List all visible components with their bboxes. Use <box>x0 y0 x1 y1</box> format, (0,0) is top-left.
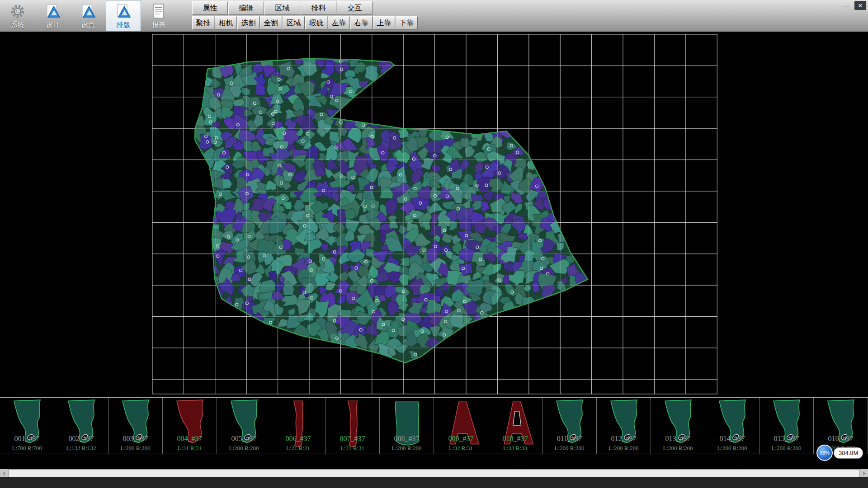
nesting-canvas[interactable] <box>0 32 868 397</box>
piece-thumbnail-6[interactable]: 006_#37L:21 R:21 <box>271 398 326 454</box>
piece-id: 005_#37 <box>217 435 271 443</box>
piece-lr-count: L:200 R:200 <box>597 445 651 452</box>
horizontal-scrollbar[interactable]: ‹ › <box>0 469 868 477</box>
tool-button-snap-bottom[interactable]: 下靠 <box>396 16 418 30</box>
piece-thumbnail-11[interactable]: 011_#37L:200 R:200 <box>542 398 597 454</box>
tool-button-defect[interactable]: 瑕疵 <box>305 16 327 30</box>
piece-id: 016_#37 <box>814 435 868 443</box>
minimize-button[interactable]: — <box>841 1 853 10</box>
scroll-left-arrow[interactable]: ‹ <box>0 469 8 477</box>
main-button-settings[interactable]: 设置 <box>71 0 106 32</box>
piece-thumbnail-13[interactable]: 013_#37L:200 R:200 <box>651 398 705 454</box>
triangle-ruler-icon <box>44 2 62 20</box>
menu-tab-bar: 属性编辑区域排料交互 <box>192 1 373 15</box>
window-controls: — ✕ <box>841 1 866 10</box>
piece-id: 010_#37 <box>488 435 542 443</box>
main-button-label: 设置 <box>81 21 95 29</box>
scrollbar-thumb[interactable] <box>8 469 860 477</box>
menu-tab-nesting[interactable]: 排料 <box>301 1 336 15</box>
piece-thumbnail-10[interactable]: 010_#37L:33 R:33 <box>488 398 542 454</box>
main-button-layout[interactable]: 排版 <box>106 0 141 32</box>
tool-button-cluster-nest[interactable]: 聚排 <box>192 16 214 30</box>
piece-thumbnail-7[interactable]: 007_#37L:31 R:31 <box>326 398 380 454</box>
memory-label: 384.8M <box>834 447 863 459</box>
piece-thumbnail-8[interactable]: 008_#37L:200 R:200 <box>380 398 434 454</box>
ribbon: 系统设计设置排版报表 属性编辑区域排料交互 聚排相机选割全割区域瑕疵左靠右靠上靠… <box>0 0 868 32</box>
piece-id: 002_#37 <box>54 435 108 443</box>
piece-thumbnail-14[interactable]: 014_#37L:200 R:200 <box>705 398 760 454</box>
piece-thumbnail-5[interactable]: 005_#37L:200 R:200 <box>217 398 271 454</box>
piece-thumbnail-1[interactable]: 001_#37L:700 R:700 <box>0 398 54 454</box>
tool-button-bar: 聚排相机选割全割区域瑕疵左靠右靠上靠下靠 <box>192 16 418 30</box>
piece-lr-count: L:200 R:200 <box>705 445 759 452</box>
piece-id: 013_#37 <box>651 435 705 443</box>
tool-button-region[interactable]: 区域 <box>283 16 305 30</box>
close-button[interactable]: ✕ <box>854 1 866 10</box>
piece-lr-count: L:33 R:33 <box>488 445 542 452</box>
piece-thumbnail-3[interactable]: 003_#37L:200 R:200 <box>108 398 163 454</box>
piece-id: 009_#37 <box>434 435 488 443</box>
piece-thumbnail-9[interactable]: 009_#37L:32 R:31 <box>434 398 488 454</box>
piece-id: 015_#37 <box>760 435 813 443</box>
piece-thumbnail-15[interactable]: 015_#37L:200 R:200 <box>760 398 814 454</box>
tool-button-camera[interactable]: 相机 <box>215 16 237 30</box>
triangle-ruler-icon <box>79 2 97 20</box>
report-doc-icon <box>150 2 168 20</box>
piece-id: 008_#37 <box>380 435 434 443</box>
tool-button-snap-right[interactable]: 右靠 <box>350 16 373 30</box>
tool-button-snap-left[interactable]: 左靠 <box>328 16 350 30</box>
main-button-label: 排版 <box>117 21 130 29</box>
main-toolbar: 系统设计设置排版报表 <box>0 0 176 32</box>
piece-lr-count: L:21 R:21 <box>271 445 325 452</box>
piece-thumbnail-4[interactable]: 004_#37L:31 R:31 <box>163 398 217 454</box>
tool-button-select-cut[interactable]: 选割 <box>237 16 259 30</box>
piece-lr-count: L:31 R:31 <box>326 445 379 452</box>
main-button-label: 设计 <box>46 21 60 29</box>
progress-value: 38% <box>820 450 830 455</box>
piece-id: 014_#37 <box>705 435 759 443</box>
app-window: 系统设计设置排版报表 属性编辑区域排料交互 聚排相机选割全割区域瑕疵左靠右靠上靠… <box>0 0 868 488</box>
main-button-report[interactable]: 报表 <box>141 0 176 32</box>
status-float: 38% 384.8M <box>816 445 863 461</box>
piece-lr-count: L:200 R:200 <box>108 445 162 452</box>
system-gear-icon <box>9 2 27 20</box>
piece-lr-count: L:200 R:200 <box>760 445 813 452</box>
piece-id: 003_#37 <box>108 435 162 443</box>
piece-lr-count: L:200 R:200 <box>380 445 434 452</box>
piece-lr-count: L:200 R:200 <box>651 445 705 452</box>
menu-tab-edit[interactable]: 编辑 <box>228 1 264 15</box>
piece-id: 011_#37 <box>542 435 596 443</box>
triangle-ruler-icon <box>114 2 132 20</box>
piece-thumbnail-12[interactable]: 012_#37L:200 R:200 <box>597 398 651 454</box>
pieces-strip: 001_#37L:700 R:700002_#37L:132 R:132003_… <box>0 397 868 454</box>
progress-badge: 38% <box>816 445 833 461</box>
menu-tab-properties[interactable]: 属性 <box>192 1 228 15</box>
menu-tab-interact[interactable]: 交互 <box>337 1 373 15</box>
main-button-design[interactable]: 设计 <box>35 0 71 32</box>
scroll-right-arrow[interactable]: › <box>860 469 868 477</box>
main-button-label: 报表 <box>152 21 165 29</box>
menu-tab-region[interactable]: 区域 <box>264 1 300 15</box>
piece-thumbnail-2[interactable]: 002_#37L:132 R:132 <box>54 398 108 454</box>
piece-lr-count: L:31 R:31 <box>163 445 217 452</box>
piece-lr-count: L:200 R:200 <box>542 445 596 452</box>
piece-id: 007_#37 <box>326 435 379 443</box>
piece-lr-count: L:200 R:200 <box>217 445 271 452</box>
piece-id: 006_#37 <box>271 435 325 443</box>
main-button-label: 系统 <box>11 21 24 29</box>
tool-button-snap-top[interactable]: 上靠 <box>373 16 395 30</box>
tool-button-cut-all[interactable]: 全割 <box>260 16 282 30</box>
main-button-system[interactable]: 系统 <box>0 0 35 32</box>
nesting-svg <box>0 32 868 397</box>
piece-lr-count: L:32 R:31 <box>434 445 488 452</box>
piece-id: 012_#37 <box>597 435 651 443</box>
piece-id: 001_#37 <box>0 435 54 443</box>
piece-lr-count: L:132 R:132 <box>54 445 108 452</box>
piece-lr-count: L:700 R:700 <box>0 445 54 452</box>
piece-id: 004_#37 <box>163 435 217 443</box>
bottom-fill <box>0 477 868 488</box>
